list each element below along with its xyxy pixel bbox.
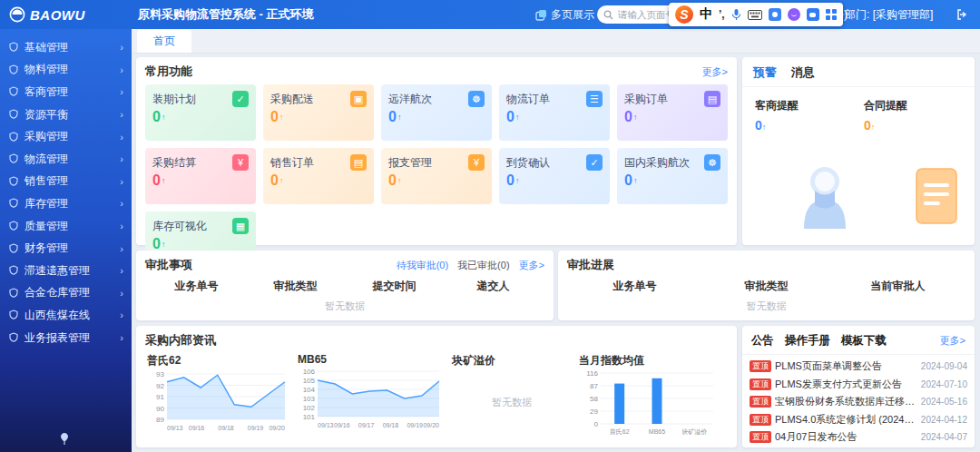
tab-approved[interactable]: 我已审批(0): [457, 259, 509, 272]
notices-more-link[interactable]: 更多>: [940, 334, 965, 348]
svg-text:09/18: 09/18: [218, 425, 234, 431]
sidebar-item-sales-mgmt[interactable]: 销售管理›: [0, 171, 132, 193]
tab-template-download[interactable]: 模板下载: [841, 333, 887, 349]
chevron-right-icon: ›: [120, 132, 123, 142]
sogou-ime-bar[interactable]: S 中 ’,: [669, 3, 843, 26]
contract-reminder-box[interactable]: 合同提醒 0: [858, 96, 967, 238]
module-icon: [8, 109, 19, 120]
tile-sales-order[interactable]: 销售订单▤0: [263, 148, 374, 204]
svg-text:103: 103: [303, 395, 316, 403]
tile-ocean-voyage[interactable]: 远洋航次☸0: [381, 84, 492, 141]
svg-text:101: 101: [303, 413, 316, 421]
notice-row[interactable]: 置顶04月07日发布公告2024-04-07: [750, 428, 967, 447]
svg-text:09/19: 09/19: [407, 422, 423, 428]
sidebar-item-logistics-mgmt[interactable]: 物流管理›: [0, 148, 132, 171]
delivery-box-icon: ▣: [350, 91, 367, 107]
svg-text:09/18: 09/18: [383, 422, 399, 428]
approval-items-empty-state: 暂无数据: [136, 295, 554, 313]
tile-purchase-order[interactable]: 采购订单▤0: [617, 84, 728, 141]
sidebar-item-demurrage-mgmt[interactable]: 滞速遗惠管理›: [0, 260, 132, 282]
tab-warning[interactable]: 预警: [753, 64, 777, 81]
sidebar-item-customer-mgmt[interactable]: 客商管理›: [0, 81, 132, 103]
tile-schedule-plan[interactable]: 装期计划✓0: [145, 84, 256, 141]
toolbox-grid-icon[interactable]: [826, 9, 837, 20]
module-icon: [8, 153, 19, 164]
tile-domestic-voyage[interactable]: 国内采购航次☸0: [617, 148, 728, 204]
tab-pending-approval[interactable]: 待我审批(0): [397, 259, 448, 272]
notice-row[interactable]: 置顶PLMS4.0系统定修计划 (2024年4月2...2024-04-12: [750, 411, 967, 429]
notice-row[interactable]: 置顶PLMS页面菜单调整公告2024-09-04: [750, 358, 967, 376]
tab-home[interactable]: 首页: [137, 30, 191, 53]
svg-text:92: 92: [156, 382, 164, 390]
baowu-logo: BAOWU: [9, 0, 85, 29]
pinned-badge: 置顶: [750, 378, 771, 390]
ime-language-toggle[interactable]: 中: [700, 6, 712, 23]
tile-expense-mgmt[interactable]: 报支管理¥0: [381, 148, 492, 204]
sidebar-item-finance-mgmt[interactable]: 财务管理›: [0, 237, 132, 260]
tile-purchase-settlement[interactable]: 采购结算¥0: [145, 148, 256, 204]
pinned-badge: 置顶: [750, 360, 771, 372]
sidebar-item-procurement-mgmt[interactable]: 采购管理›: [0, 125, 132, 148]
svg-text:普氏62: 普氏62: [610, 427, 630, 436]
purchase-order-icon: ▤: [704, 91, 720, 107]
approval-items-more-link[interactable]: 更多>: [519, 259, 544, 272]
page-title: 原料采购物流管控系统 - 正式环境: [138, 0, 314, 29]
ime-punctuation-icon[interactable]: ’,: [719, 8, 725, 21]
svg-text:87: 87: [590, 382, 598, 390]
module-icon: [8, 221, 19, 231]
module-icon: [8, 86, 19, 97]
tile-purchase-delivery[interactable]: 采购配送▣0: [263, 84, 374, 141]
logout-icon[interactable]: [956, 8, 968, 25]
search-icon: [603, 10, 613, 20]
customer-reminder-box[interactable]: 客商提醒 0: [750, 96, 858, 238]
tile-logistics-order[interactable]: 物流订单☰0: [499, 84, 610, 141]
svg-text:102: 102: [303, 404, 316, 412]
notice-row[interactable]: 置顶宝钢股份财务系统数据库迁移公告 (2...2024-05-16: [750, 393, 967, 411]
approval-progress-table-header: 业务单号 审批类型 当前审批人: [558, 278, 975, 295]
chevron-right-icon: ›: [120, 221, 123, 231]
approval-items-title: 审批事项: [145, 257, 192, 273]
module-icon: [8, 176, 19, 187]
sidebar-item-resource-balance[interactable]: 资源平衡›: [0, 103, 132, 126]
sidebar-item-alloy-warehouse-mgmt[interactable]: 合金仓库管理›: [0, 282, 132, 305]
keyboard-icon[interactable]: [748, 10, 762, 20]
sogou-logo-icon[interactable]: S: [675, 5, 693, 24]
svg-text:09/17: 09/17: [358, 422, 375, 428]
sidebar-item-business-report-mgmt[interactable]: 业务报表管理›: [0, 327, 132, 349]
lump-premium-panel: 块矿溢价 暂无数据: [448, 353, 575, 441]
notice-row[interactable]: 置顶PLMS发票支付方式更新公告2024-07-10: [750, 376, 967, 394]
multi-page-button[interactable]: 多页展示: [535, 0, 594, 29]
procurement-news-card: 采购内部资讯 普氏62 939291908909/1309/1609/1809/…: [136, 326, 737, 447]
module-icon: [8, 243, 19, 254]
sidebar: 基础管理› 物料管理› 客商管理› 资源平衡› 采购管理› 物流管理› 销售管理…: [0, 29, 132, 452]
news-title: 采购内部资讯: [145, 332, 216, 349]
sidebar-item-quality-mgmt[interactable]: 质量管理›: [0, 215, 132, 238]
svg-text:105: 105: [303, 377, 316, 385]
tab-manuals[interactable]: 操作手册: [785, 333, 830, 349]
chat-icon[interactable]: [807, 8, 819, 21]
common-functions-more-link[interactable]: 更多>: [702, 65, 728, 79]
tab-announcements[interactable]: 公告: [751, 333, 774, 349]
module-icon: [8, 265, 19, 276]
sidebar-item-inventory-mgmt[interactable]: 库存管理›: [0, 192, 132, 215]
emoji-icon[interactable]: [788, 8, 800, 21]
sidebar-item-basic-mgmt[interactable]: 基础管理›: [0, 36, 132, 59]
microphone-icon[interactable]: [731, 8, 741, 21]
alerts-card: 预警 消息 客商提醒 0: [742, 57, 975, 245]
notices-card: 公告 操作手册 模板下载 更多> 置顶PLMS页面菜单调整公告2024-09-0…: [742, 326, 975, 447]
approval-progress-card: 审批进展 业务单号 审批类型 当前审批人 暂无数据: [558, 251, 975, 320]
tab-message[interactable]: 消息: [791, 64, 815, 81]
chevron-right-icon: ›: [120, 310, 123, 320]
monthly-index-bar-chart: 1168758290普氏62MB65块矿溢价: [575, 368, 726, 441]
sidebar-item-material-mgmt[interactable]: 物料管理›: [0, 59, 132, 82]
svg-text:0: 0: [594, 420, 599, 428]
sidebar-item-shanxi-coking-coal[interactable]: 山西焦煤在线›: [0, 304, 132, 327]
tile-arrival-confirm[interactable]: 到货确认✓0: [499, 148, 610, 204]
department-label: 部门: [采购管理部]: [845, 0, 933, 29]
svg-text:89: 89: [156, 416, 164, 424]
approval-items-table-header: 业务单号 审批类型 提交时间 递交人: [136, 278, 554, 295]
skin-icon[interactable]: [769, 8, 781, 21]
pinned-badge: 置顶: [750, 414, 771, 426]
svg-text:58: 58: [590, 395, 598, 403]
collapse-pin-icon[interactable]: [60, 432, 69, 448]
